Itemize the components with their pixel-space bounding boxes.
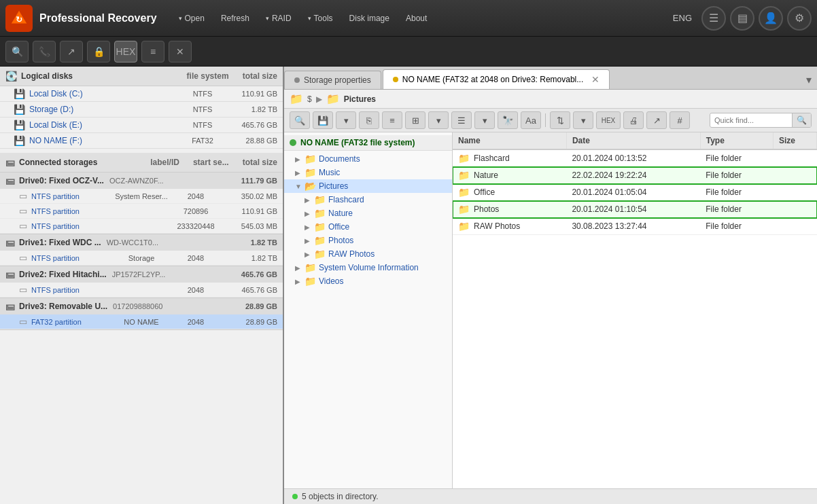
menu-diskimage[interactable]: Disk image bbox=[341, 10, 398, 27]
language-indicator[interactable]: ENG bbox=[673, 13, 692, 23]
menu-refresh[interactable]: Refresh bbox=[213, 10, 258, 27]
drive0-part3[interactable]: ▭ NTFS partition 233320448 545.03 MB bbox=[0, 219, 283, 234]
tree-item-rawphotos[interactable]: ▶ 📁 RAW Photos bbox=[284, 247, 452, 261]
partition-icon: ▭ bbox=[19, 191, 27, 201]
search-submit-btn[interactable]: 🔍 bbox=[792, 113, 811, 127]
tree-root-noname[interactable]: NO NAME (FAT32 file system) bbox=[284, 135, 452, 151]
drive3-part1[interactable]: ▭ FAT32 partition NO NAME 2048 28.89 GB bbox=[0, 314, 283, 329]
logical-disk-noname-f[interactable]: 💾 NO NAME (F:) FAT32 28.88 GB bbox=[0, 133, 283, 149]
logical-disk-local-e[interactable]: 💾 Local Disk (E:) NTFS 465.76 GB bbox=[0, 118, 283, 133]
scan-icon-btn[interactable]: ☰ bbox=[701, 6, 726, 31]
ft-hash-btn[interactable]: # bbox=[670, 111, 690, 129]
menu-about[interactable]: About bbox=[398, 10, 435, 27]
connected-storages-icon: 🖴 bbox=[5, 157, 15, 168]
partition-icon-btn[interactable]: ▤ bbox=[730, 6, 754, 31]
ft-export-btn[interactable]: ↗ bbox=[646, 111, 667, 129]
tree-item-music[interactable]: ▶ 📁 Music bbox=[284, 166, 452, 179]
share-tool-btn[interactable]: ↗ bbox=[60, 41, 83, 62]
disk-icon: 💾 bbox=[14, 135, 25, 146]
lock-tool-btn[interactable]: 🔒 bbox=[87, 41, 110, 62]
tree-item-pictures[interactable]: ▼ 📂 Pictures bbox=[284, 179, 452, 193]
app-logo: ↻ bbox=[5, 5, 33, 32]
ft-sort-btn[interactable]: ⇅ bbox=[550, 111, 570, 129]
table-row[interactable]: 📁Nature 22.02.2024 19:22:24 File folder bbox=[453, 167, 817, 184]
phone-tool-btn[interactable]: 📞 bbox=[33, 41, 56, 62]
tree-item-photos[interactable]: ▶ 📁 Photos bbox=[284, 234, 452, 247]
cell-type: File folder bbox=[700, 184, 773, 201]
drive0-part2[interactable]: ▭ NTFS partition 720896 110.91 GB bbox=[0, 204, 283, 219]
drive1-header[interactable]: 🖴 Drive1: Fixed WDC ... WD-WCC1T0... 1.8… bbox=[0, 234, 283, 251]
ft-font-btn[interactable]: Aa bbox=[521, 111, 541, 129]
table-row[interactable]: 📁Office 20.01.2024 01:05:04 File folder bbox=[453, 184, 817, 201]
menu-raid[interactable]: ▾ RAID bbox=[258, 10, 300, 27]
tab-noname-fat32[interactable]: NO NAME (FAT32 at 2048 on Drive3: Remova… bbox=[383, 69, 610, 89]
tree-item-documents[interactable]: ▶ 📁 Documents bbox=[284, 152, 452, 166]
tab-dropdown-icon[interactable]: ▾ bbox=[801, 71, 817, 89]
ft-hex-btn[interactable]: HEX bbox=[596, 111, 621, 129]
list-tool-btn[interactable]: ≡ bbox=[141, 41, 164, 62]
settings-icon-btn[interactable]: ⚙ bbox=[787, 6, 812, 31]
tree-item-nature[interactable]: ▶ 📁 Nature bbox=[284, 206, 452, 220]
tree-root-dot bbox=[290, 139, 296, 146]
tree-toggle-icon: ▶ bbox=[305, 210, 314, 217]
cell-type: File folder bbox=[700, 149, 773, 167]
ft-binoculars-btn[interactable]: 🔭 bbox=[498, 111, 518, 129]
ft-view-dropdown-btn[interactable]: ▾ bbox=[474, 111, 495, 129]
hex-tool-btn[interactable]: HEX bbox=[114, 41, 137, 62]
cell-date: 20.01.2024 00:13:52 bbox=[566, 149, 700, 167]
tab-storage-properties[interactable]: Storage properties bbox=[284, 71, 381, 89]
close-tool-btn[interactable]: ✕ bbox=[169, 41, 192, 62]
table-row[interactable]: 📁Photos 20.01.2024 01:10:54 File folder bbox=[453, 201, 817, 218]
file-toolbar: 🔍 💾 ▾ ⎘ ≡ ⊞ ▾ ☰ ▾ 🔭 Aa ⇅ ▾ HEX 🖨 ↗ # 🔍 bbox=[284, 109, 817, 132]
menu-open[interactable]: ▾ Open bbox=[171, 10, 213, 27]
cell-name: 📁Office bbox=[453, 184, 566, 201]
tree-toggle-icon: ▶ bbox=[295, 264, 305, 272]
tree-item-flashcard[interactable]: ▶ 📁 Flashcard bbox=[284, 193, 452, 206]
folder-icon: 📁 bbox=[314, 235, 326, 246]
drive2-header[interactable]: 🖴 Drive2: Fixed Hitachi... JP1572FL2YP..… bbox=[0, 266, 283, 283]
ft-list-btn[interactable]: ≡ bbox=[382, 111, 402, 129]
tab-close-icon[interactable]: ✕ bbox=[591, 74, 599, 85]
search-box: 🔍 bbox=[710, 113, 812, 128]
col-name[interactable]: Name bbox=[453, 132, 566, 149]
connected-storages-header: 🖴 Connected storages label/ID start se..… bbox=[0, 153, 283, 173]
drive0-part1[interactable]: ▭ NTFS partition System Reser... 2048 35… bbox=[0, 189, 283, 204]
menu-tools[interactable]: ▾ Tools bbox=[300, 10, 341, 27]
folder-icon: 📁 bbox=[314, 221, 326, 232]
ft-copy-btn[interactable]: ⎘ bbox=[359, 111, 379, 129]
drive0-header[interactable]: 🖴 Drive0: Fixed OCZ-V... OCZ-AWNZ0F... 1… bbox=[0, 173, 283, 189]
drive3-header[interactable]: 🖴 Drive3: Removable U... 017209888060 28… bbox=[0, 298, 283, 314]
tree-toggle-icon: ▶ bbox=[295, 278, 305, 285]
ft-save-dropdown-btn[interactable]: ▾ bbox=[336, 111, 356, 129]
ft-save-btn[interactable]: 💾 bbox=[313, 111, 333, 129]
table-row[interactable]: 📁Flashcard 20.01.2024 00:13:52 File fold… bbox=[453, 149, 817, 167]
logical-disk-storage-d[interactable]: 💾 Storage (D:) NTFS 1.82 TB bbox=[0, 102, 283, 118]
col-type[interactable]: Type bbox=[700, 132, 773, 149]
file-area: NO NAME (FAT32 file system) ▶ 📁 Document… bbox=[284, 132, 817, 488]
user-icon-btn[interactable]: 👤 bbox=[759, 6, 783, 31]
ft-view-btn[interactable]: ☰ bbox=[451, 111, 472, 129]
tree-item-sysvolinfo[interactable]: ▶ 📁 System Volume Information bbox=[284, 261, 452, 274]
cell-size bbox=[773, 201, 816, 218]
ft-grid-btn[interactable]: ⊞ bbox=[405, 111, 425, 129]
drive2-part1[interactable]: ▭ NTFS partition 2048 465.76 GB bbox=[0, 283, 283, 298]
drive1-group: 🖴 Drive1: Fixed WDC ... WD-WCC1T0... 1.8… bbox=[0, 234, 283, 266]
tree-item-office[interactable]: ▶ 📁 Office bbox=[284, 220, 452, 234]
status-bar: 5 objects in directory. bbox=[284, 488, 817, 504]
search-tool-btn[interactable]: 🔍 bbox=[5, 41, 29, 62]
open-arrow-icon: ▾ bbox=[179, 15, 182, 22]
ft-print-btn[interactable]: 🖨 bbox=[623, 111, 644, 129]
ft-search-btn[interactable]: 🔍 bbox=[290, 111, 310, 129]
logical-disk-local-c[interactable]: 💾 Local Disk (C:) NTFS 110.91 GB bbox=[0, 86, 283, 102]
col-date[interactable]: Date bbox=[566, 132, 700, 149]
search-input[interactable] bbox=[710, 114, 792, 126]
col-size[interactable]: Size bbox=[773, 132, 816, 149]
drive1-part1[interactable]: ▭ NTFS partition Storage 2048 1.82 TB bbox=[0, 251, 283, 266]
disk-icon: 💾 bbox=[14, 120, 25, 130]
ft-sort-dropdown-btn[interactable]: ▾ bbox=[573, 111, 593, 129]
folder-icon: 📁 bbox=[458, 170, 470, 181]
tree-item-videos[interactable]: ▶ 📁 Videos bbox=[284, 274, 452, 288]
toolbar: 🔍 📞 ↗ 🔒 HEX ≡ ✕ bbox=[0, 37, 817, 67]
table-row[interactable]: 📁RAW Photos 30.08.2023 13:27:44 File fol… bbox=[453, 218, 817, 235]
ft-grid-dropdown-btn[interactable]: ▾ bbox=[428, 111, 449, 129]
